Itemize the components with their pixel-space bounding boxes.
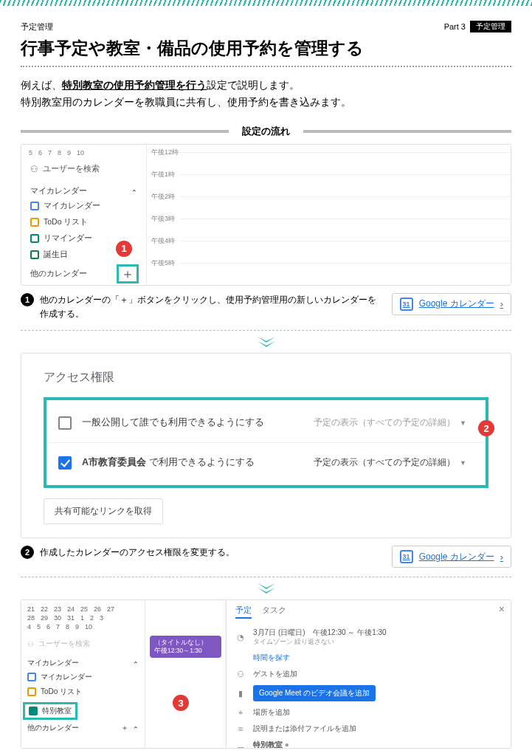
access-permissions-title: アクセス権限 [44,370,488,385]
gcal-icon: 31 [400,550,413,563]
calendar-item[interactable]: マイカレンダー [24,670,142,684]
get-shareable-link-button[interactable]: 共有可能なリンクを取得 [44,498,163,524]
search-users[interactable]: ⚇ユーザーを検索 [24,636,142,656]
checkbox-icon[interactable] [30,202,39,210]
google-calendar-link[interactable]: 31 Google カレンダー › [392,293,511,315]
event-chip[interactable]: （タイトルなし） 午後12:30～1:30 [150,636,221,658]
add-calendar-button[interactable]: ＋ [118,266,137,282]
close-icon[interactable]: × [499,603,505,615]
add-meet-button[interactable]: Google Meet のビデオ会議を追加 [253,685,376,701]
screenshot-1: 5678910 ⚇ ユーザーを検索 マイカレンダー⌄ マイカレンダー ToDo … [21,144,511,286]
checkbox-icon[interactable] [30,234,39,243]
caption-number-1: 1 [21,293,34,306]
visibility-select[interactable]: 予定の表示（すべての予定の詳細）▼ [306,412,474,433]
perm-row-org[interactable]: A市教育委員会 で利用できるようにする 予定の表示（すべての予定の詳細）▼ [48,442,484,482]
checkbox-icon[interactable] [58,456,72,470]
perm-row-public[interactable]: 一般公開して誰でも利用できるようにする 予定の表示（すべての予定の詳細）▼ [48,403,484,442]
calendar-item[interactable]: マイカレンダー [26,198,142,214]
my-calendars-header[interactable]: マイカレンダー⌄ [26,185,142,198]
lead-paragraph: 例えば、特別教室の使用予約管理を行う設定で説明します。 特別教室用のカレンダーを… [21,78,511,111]
calendar-item[interactable]: ToDo リスト [24,684,142,699]
chevron-up-icon: ⌄ [131,186,137,196]
meet-icon: ▮ [235,689,246,698]
checkbox-icon[interactable] [30,218,39,227]
part-label: Part 3 [444,22,466,31]
find-time-link[interactable]: 時間を探す [253,653,290,663]
add-location[interactable]: 場所を追加 [253,707,290,718]
checkbox-icon[interactable] [58,416,72,430]
divider [21,330,511,331]
down-arrows-icon [21,583,511,597]
down-arrows-icon [21,337,511,350]
caption-number-2: 2 [21,546,34,559]
my-calendars-header[interactable]: マイカレンダー⌄ [24,656,142,670]
search-users[interactable]: ⚇ ユーザーを検索 [26,161,142,177]
people-icon: ⚇ [27,640,34,648]
other-calendars-row[interactable]: 他のカレンダー ＋⌄ [24,718,142,735]
screenshot-3: 21222324252627 28293031123 45678910 ⚇ユーザ… [21,599,511,749]
calendar-icon: ▦ [235,745,246,749]
part-tag: 予定管理 [470,21,511,32]
caption-2: 作成したカレンダーのアクセス権限を変更する。 [40,546,384,560]
people-icon: ⚇ [235,670,246,679]
caption-1: 他のカレンダーの「＋」ボタンをクリックし、使用予約管理用の新しいカレンダーを作成… [40,293,384,321]
chevron-up-icon: ⌄ [133,658,139,668]
checkbox-icon[interactable] [30,250,39,259]
add-calendar-button[interactable]: ＋ [121,723,128,733]
checkbox-icon[interactable] [27,687,36,696]
description-icon: ≡ [235,724,246,733]
tab-event[interactable]: 予定 [235,605,252,619]
screenshot-2: アクセス権限 一般公開して誰でも利用できるようにする 予定の表示（すべての予定の… [21,353,511,538]
people-icon: ⚇ [30,164,38,174]
category-label: 予定管理 [21,21,53,32]
visibility-select[interactable]: 予定の表示（すべての予定の詳細）▼ [306,452,474,473]
chevron-right-icon: › [500,551,503,563]
add-guests[interactable]: ゲストを追加 [253,669,297,679]
google-calendar-link[interactable]: 31 Google カレンダー › [392,546,511,568]
step-badge-1: 1 [116,241,132,257]
checkbox-icon[interactable] [29,707,38,715]
step-badge-2: 2 [478,420,494,436]
checkbox-icon[interactable] [27,673,36,681]
caret-down-icon: ▼ [460,419,466,427]
divider [21,577,511,577]
divider [21,66,511,67]
location-icon: ⌖ [235,708,246,718]
other-calendars-label[interactable]: 他のカレンダー [30,268,87,279]
calendar-item-special[interactable]: 特別教室 [24,704,76,718]
gcal-icon: 31 [400,298,413,311]
chevron-right-icon: › [500,298,503,309]
add-description[interactable]: 説明または添付ファイルを追加 [253,724,356,734]
tab-task[interactable]: タスク [262,605,286,619]
calendar-item[interactable]: ToDo リスト [26,214,142,230]
flow-heading: 設定の流れ [21,125,511,138]
caret-down-icon: ▼ [460,459,466,467]
clock-icon: ◔ [235,633,246,642]
chevron-up-icon: ⌄ [133,723,139,733]
page-title: 行事予定や教室・備品の使用予約を管理する [21,37,511,60]
